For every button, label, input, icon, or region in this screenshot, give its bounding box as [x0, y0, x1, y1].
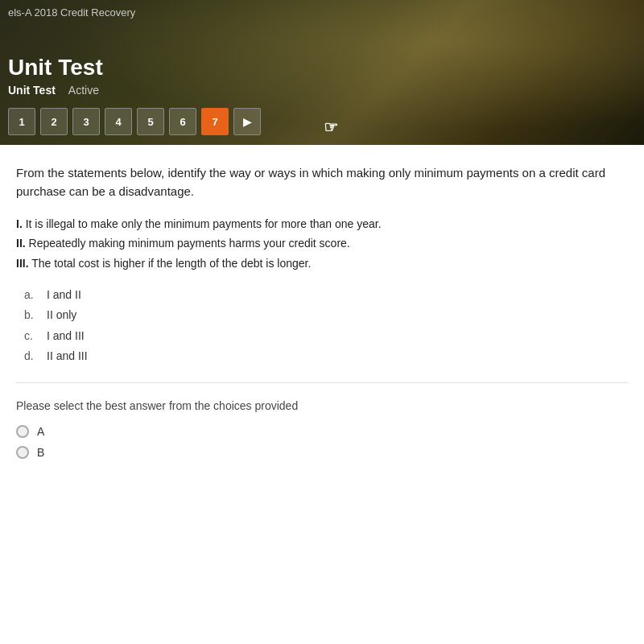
choice-b-label: b.	[24, 305, 40, 325]
choice-b-text: II only	[47, 305, 76, 325]
choice-a-text: I and II	[47, 285, 81, 305]
statement-1: I. It is illegal to make only the minimu…	[16, 215, 628, 233]
answer-option-a[interactable]: A	[16, 425, 628, 438]
choice-c-text: I and III	[47, 326, 85, 346]
choice-a-label: a.	[24, 285, 40, 305]
statement-3: III. The total cost is higher if the len…	[16, 254, 628, 272]
statements-list: I. It is illegal to make only the minimu…	[16, 215, 628, 272]
statement-2-text: Repeatedly making minimum payments harms…	[29, 237, 350, 250]
cursor-icon: ☞	[324, 118, 338, 137]
nav-next-arrow[interactable]: ▶	[233, 108, 261, 135]
answer-option-b[interactable]: B	[16, 446, 628, 459]
statement-1-text: It is illegal to make only the minimum p…	[26, 217, 382, 230]
header-background: els-A 2018 Credit Recovery Unit Test Uni…	[0, 0, 644, 145]
question-text: From the statements below, identify the …	[16, 164, 628, 200]
page-title: Unit Test	[8, 55, 103, 80]
choice-d[interactable]: d. II and III	[24, 346, 628, 366]
choice-c[interactable]: c. I and III	[24, 326, 628, 346]
page-subtitle-row: Unit Test Active	[8, 84, 103, 97]
app-title: els-A 2018 Credit Recovery	[8, 6, 135, 19]
nav-btn-1[interactable]: 1	[8, 108, 35, 135]
radio-a[interactable]	[16, 425, 29, 438]
page-title-section: Unit Test Unit Test Active	[8, 55, 103, 97]
page-subtitle: Unit Test	[8, 84, 56, 97]
choices-list: a. I and II b. II only c. I and III d. I…	[24, 285, 628, 366]
nav-btn-6[interactable]: 6	[169, 108, 196, 135]
page-status: Active	[68, 84, 99, 97]
nav-btn-2[interactable]: 2	[40, 108, 68, 135]
section-divider	[16, 382, 628, 383]
answer-a-label: A	[37, 425, 44, 438]
choice-c-label: c.	[24, 326, 40, 346]
choice-a[interactable]: a. I and II	[24, 285, 628, 305]
question-navigation: 1 2 3 4 5 6 7 ☞ ▶	[8, 108, 261, 135]
statement-2-label: II.	[16, 237, 26, 250]
answer-b-label: B	[37, 446, 44, 459]
choice-d-text: II and III	[47, 346, 88, 366]
radio-b[interactable]	[16, 446, 29, 459]
nav-btn-7[interactable]: 7 ☞	[201, 108, 229, 135]
nav-btn-3[interactable]: 3	[72, 108, 100, 135]
statement-1-label: I.	[16, 217, 23, 230]
statement-3-text: The total cost is higher if the length o…	[31, 257, 311, 270]
choice-d-label: d.	[24, 346, 40, 366]
nav-btn-5[interactable]: 5	[137, 108, 164, 135]
content-area: From the statements below, identify the …	[0, 145, 644, 644]
statement-3-label: III.	[16, 257, 29, 270]
select-prompt: Please select the best answer from the c…	[16, 399, 628, 412]
choice-b[interactable]: b. II only	[24, 305, 628, 325]
statement-2: II. Repeatedly making minimum payments h…	[16, 234, 628, 252]
nav-btn-4[interactable]: 4	[105, 108, 132, 135]
